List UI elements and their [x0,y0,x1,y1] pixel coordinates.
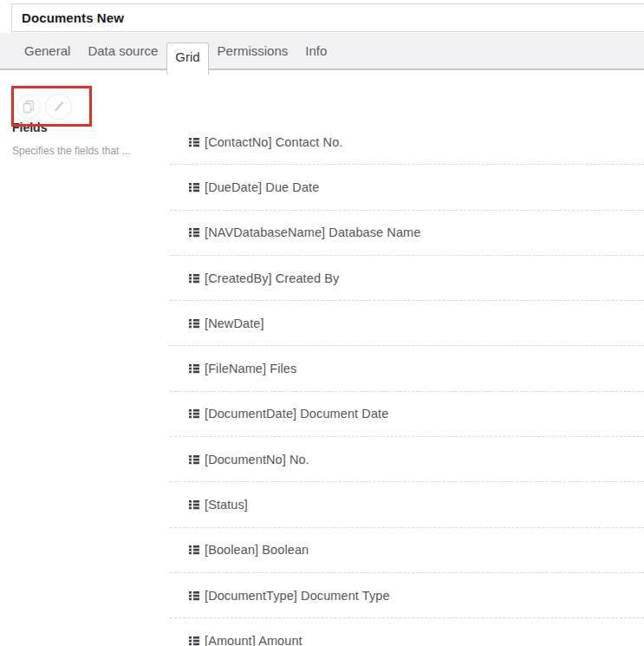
field-label: [DocumentType] Document Type [205,589,390,603]
window-title-bar: Documents New [11,3,644,32]
page: Documents New General Data source Grid P… [0,0,644,646]
drag-handle-icon[interactable] [189,454,199,465]
copy-icon [22,100,36,114]
drag-handle-icon[interactable] [189,636,199,646]
field-row[interactable]: [DueDate] Due Date [170,165,644,210]
drag-handle-icon[interactable] [189,545,199,555]
fields-section-description: Specifies the fields that ... [12,145,131,157]
drag-handle-icon[interactable] [189,273,199,284]
field-label: [CreatedBy] Created By [205,271,339,285]
drag-handle-icon[interactable] [189,408,199,419]
pencil-icon [52,100,66,114]
field-row[interactable]: [DocumentDate] Document Date [170,392,644,437]
field-row[interactable]: [Status] [170,482,644,527]
field-row[interactable]: [NAVDatabaseName] Database Name [170,211,644,256]
field-row[interactable]: [Amount] Amount [170,618,644,646]
field-label: [DueDate] Due Date [205,180,319,194]
fields-list: [ContactNo] Contact No. [DueDate] Due Da… [170,120,644,646]
drag-handle-icon[interactable] [189,318,199,329]
field-label: [FileName] Files [205,362,296,375]
drag-handle-icon[interactable] [189,227,199,238]
field-row[interactable]: [Boolean] Boolean [170,528,644,573]
drag-handle-icon[interactable] [189,363,199,374]
field-row[interactable]: [DocumentType] Document Type [170,573,644,618]
tab-permissions[interactable]: Permissions [209,33,297,69]
field-label: [NAVDatabaseName] Database Name [205,225,420,239]
tab-grid[interactable]: Grid [166,42,208,75]
tab-data-source[interactable]: Data source [79,33,166,69]
field-label: [Status] [205,498,248,512]
field-row[interactable]: [ContactNo] Contact No. [170,120,644,165]
page-title: Documents New [22,10,124,25]
tab-bar: General Data source Grid Permissions Inf… [0,33,644,70]
field-row[interactable]: [NewDate] [170,301,644,346]
field-label: [NewDate] [205,316,264,330]
tab-general[interactable]: General [16,33,79,69]
edit-button[interactable] [45,94,72,120]
drag-handle-icon[interactable] [189,591,199,601]
field-label: [DocumentNo] No. [205,453,309,467]
copy-button[interactable] [16,95,41,119]
field-row[interactable]: [DocumentNo] No. [170,437,644,482]
drag-handle-icon[interactable] [189,182,199,192]
field-row[interactable]: [FileName] Files [170,346,644,391]
tab-info[interactable]: Info [296,33,335,69]
field-label: [Amount] Amount [205,634,302,646]
drag-handle-icon[interactable] [189,137,199,147]
field-label: [ContactNo] Contact No. [205,135,342,149]
drag-handle-icon[interactable] [189,499,199,510]
field-label: [Boolean] Boolean [205,543,309,557]
field-row[interactable]: [CreatedBy] Created By [170,256,644,301]
field-label: [DocumentDate] Document Date [205,407,388,421]
fields-section-title: Fields [12,121,47,134]
